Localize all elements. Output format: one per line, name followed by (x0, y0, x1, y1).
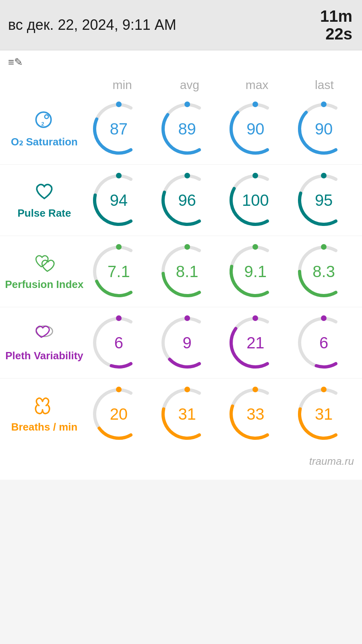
metric-row-pulse-rate: Pulse Rate 94 96 100 95 (0, 167, 362, 233)
pleth-variability-max-dot (252, 315, 258, 321)
pulse-rate-max-gauge: 100 (225, 170, 285, 230)
header: вс дек. 22, 2024, 9:11 AM 11m 22s (0, 0, 362, 50)
o2-saturation-last-gauge: 90 (294, 99, 354, 159)
edit-icon: ≡✎ (8, 56, 23, 68)
breaths-per-min-avg-value: 31 (178, 405, 196, 423)
breaths-per-min-min-gauge: 20 (89, 384, 149, 444)
pleth-variability-min-dot (116, 315, 122, 321)
breaths-per-min-last-cell: 31 (290, 384, 358, 444)
pleth-variability-avg-gauge: 9 (157, 313, 217, 373)
col-header-min: min (89, 78, 156, 92)
col-header-last: last (291, 78, 358, 92)
breaths-per-min-last-dot (321, 387, 327, 392)
pleth-variability-avg-dot (184, 315, 190, 321)
metric-row-breaths-per-min: Breaths / min 20 31 33 31 (0, 381, 362, 447)
pleth-variability-name: Pleth Variability (5, 350, 83, 362)
o2-saturation-avg-gauge: 89 (157, 99, 217, 159)
col-header-avg: avg (156, 78, 223, 92)
metric-label-pleth-variability: Pleth Variability (0, 323, 85, 362)
pulse-rate-name: Pulse Rate (18, 207, 71, 219)
header-date: вс дек. 22, 2024, 9:11 AM (8, 17, 176, 33)
perfusion-index-avg-cell: 8.1 (153, 242, 221, 301)
pleth-variability-last-gauge: 6 (294, 313, 354, 373)
pleth-variability-min-cell: 6 (85, 313, 153, 373)
pulse-rate-icon (33, 180, 56, 205)
column-headers: min avg max last (0, 78, 362, 92)
o2-saturation-last-cell: 90 (290, 99, 358, 159)
svg-point-1 (45, 115, 48, 118)
metric-row-perfusion-index: Perfusion Index 7.1 8.1 9.1 8.3 (0, 238, 362, 304)
duration-line2: 22s (320, 25, 352, 43)
pulse-rate-max-dot (252, 173, 258, 178)
breaths-per-min-max-dot (252, 387, 258, 392)
pulse-rate-min-gauge: 94 (89, 170, 149, 230)
perfusion-index-avg-dot (184, 244, 190, 250)
perfusion-index-avg-value: 8.1 (176, 263, 199, 281)
pleth-variability-min-gauge: 6 (89, 313, 149, 373)
breaths-per-min-min-cell: 20 (85, 384, 153, 444)
o2-saturation-last-dot (321, 101, 327, 107)
pleth-variability-max-gauge: 21 (225, 313, 285, 373)
pulse-rate-last-gauge: 95 (294, 170, 354, 230)
pleth-variability-max-cell: 21 (221, 313, 290, 373)
o2-saturation-name: O₂ Saturation (11, 136, 78, 148)
perfusion-index-min-cell: 7.1 (85, 242, 153, 301)
pulse-rate-max-cell: 100 (221, 170, 290, 230)
pleth-variability-icon (33, 323, 56, 347)
pulse-rate-min-value: 94 (110, 191, 128, 209)
perfusion-index-max-gauge: 9.1 (225, 242, 285, 301)
pulse-rate-min-cell: 94 (85, 170, 153, 230)
header-duration: 11m 22s (320, 7, 352, 43)
o2-saturation-max-value: 90 (246, 120, 265, 138)
breaths-per-min-name: Breaths / min (11, 421, 78, 433)
breaths-per-min-icon (32, 394, 57, 418)
pleth-variability-max-value: 21 (246, 334, 265, 352)
o2-saturation-max-gauge: 90 (225, 99, 285, 159)
perfusion-index-max-cell: 9.1 (221, 242, 290, 301)
breaths-per-min-min-dot (116, 387, 122, 392)
watermark: trauma.ru (0, 449, 362, 468)
o2-saturation-min-cell: 87 (85, 99, 153, 159)
metric-label-pulse-rate: Pulse Rate (0, 180, 85, 219)
pulse-rate-min-dot (116, 173, 122, 178)
o2-saturation-max-dot (252, 101, 258, 107)
metric-label-perfusion-index: Perfusion Index (0, 252, 85, 291)
o2-saturation-max-cell: 90 (221, 99, 290, 159)
svg-text:2: 2 (41, 121, 44, 127)
pulse-rate-avg-cell: 96 (153, 170, 221, 230)
breaths-per-min-max-value: 33 (246, 405, 265, 423)
breaths-per-min-max-cell: 33 (221, 384, 290, 444)
perfusion-index-min-value: 7.1 (108, 263, 130, 281)
perfusion-index-last-dot (321, 244, 327, 250)
breaths-per-min-avg-cell: 31 (153, 384, 221, 444)
pulse-rate-last-dot (321, 173, 327, 178)
pulse-rate-last-cell: 95 (290, 170, 358, 230)
metric-label-o2-saturation: 2 O₂ Saturation (0, 109, 85, 148)
o2-saturation-last-value: 90 (315, 120, 333, 138)
perfusion-index-name: Perfusion Index (5, 278, 83, 291)
pulse-rate-max-value: 100 (242, 191, 269, 209)
col-header-max: max (223, 78, 291, 92)
perfusion-index-min-gauge: 7.1 (89, 242, 149, 301)
edit-bar[interactable]: ≡✎ (0, 50, 362, 74)
o2-saturation-min-gauge: 87 (89, 99, 149, 159)
o2-saturation-avg-cell: 89 (153, 99, 221, 159)
perfusion-index-avg-gauge: 8.1 (157, 242, 217, 301)
metric-label-breaths-per-min: Breaths / min (0, 394, 85, 433)
pulse-rate-avg-dot (184, 173, 190, 178)
pulse-rate-avg-gauge: 96 (157, 170, 217, 230)
header-right: 11m 22s (316, 7, 352, 43)
perfusion-index-max-dot (252, 244, 258, 250)
breaths-per-min-avg-dot (184, 387, 190, 392)
o2-saturation-avg-value: 89 (178, 120, 196, 138)
pleth-variability-last-dot (321, 315, 327, 321)
pleth-variability-last-value: 6 (319, 334, 328, 352)
duration-line1: 11m (320, 7, 352, 25)
perfusion-index-last-cell: 8.3 (290, 242, 358, 301)
perfusion-index-icon (33, 252, 56, 276)
o2-saturation-min-dot (116, 101, 122, 107)
pulse-rate-avg-value: 96 (178, 191, 196, 209)
o2-saturation-min-value: 87 (110, 120, 128, 138)
breaths-per-min-max-gauge: 33 (225, 384, 285, 444)
perfusion-index-last-value: 8.3 (312, 263, 335, 281)
